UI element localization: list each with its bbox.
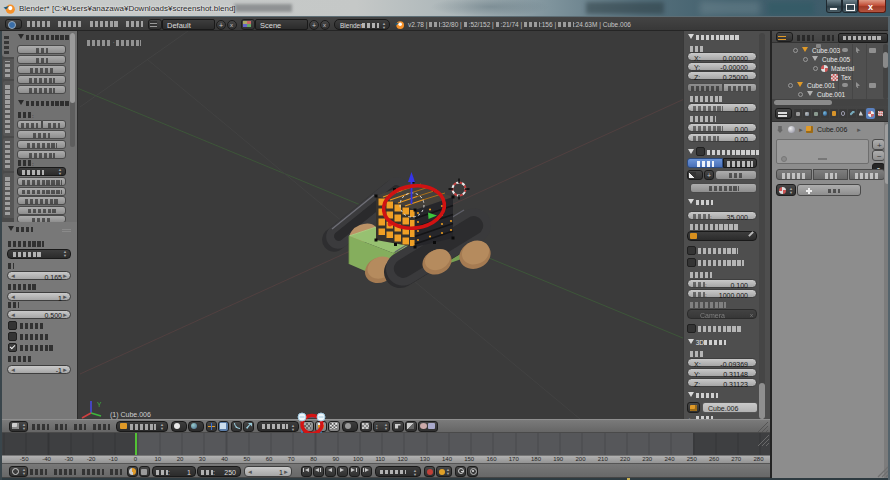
svg-text:Y: Y — [97, 401, 102, 408]
